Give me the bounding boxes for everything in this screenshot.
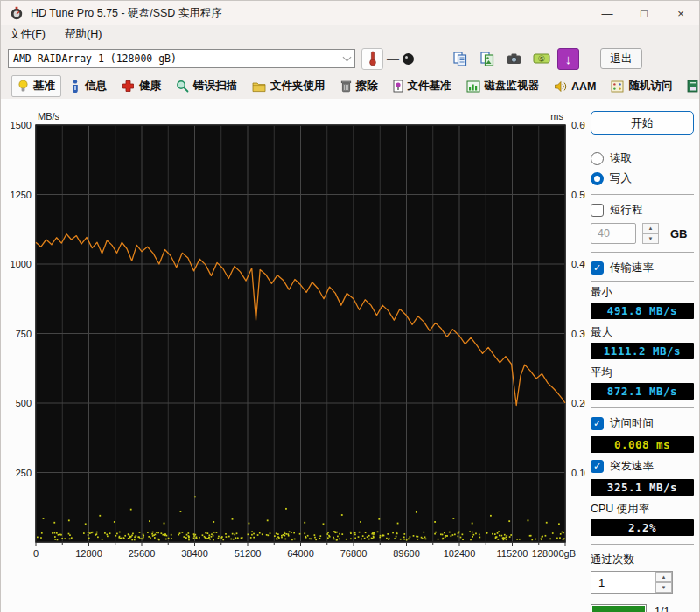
capacity-unit-label: GB <box>670 227 688 240</box>
close-icon: × <box>677 7 684 20</box>
camera-icon <box>506 51 522 67</box>
copy-image-button[interactable] <box>476 48 498 70</box>
svg-text:64000: 64000 <box>287 548 314 559</box>
copy-text-button[interactable] <box>449 48 471 70</box>
svg-text:0.20: 0.20 <box>571 398 585 408</box>
short-stroke-checkbox[interactable] <box>591 204 604 217</box>
tab-benchmark-label: 基准 <box>33 79 55 94</box>
tab-file-benchmark[interactable]: 文件基准 <box>387 75 458 97</box>
start-button-label: 开始 <box>631 115 654 131</box>
start-button[interactable]: 开始 <box>591 111 694 135</box>
minimize-icon: — <box>602 7 613 20</box>
tab-error-scan-label: 错误扫描 <box>193 79 237 94</box>
capacity-input[interactable]: 40 <box>591 223 636 244</box>
exit-button-label: 退出 <box>611 52 633 66</box>
magnifier-icon <box>176 80 189 93</box>
write-radio-row[interactable]: 写入 <box>591 171 694 186</box>
tab-random-access-label: 随机访问 <box>628 79 672 94</box>
minimize-button[interactable]: — <box>589 1 626 25</box>
trash-icon <box>340 80 352 93</box>
svg-text:0.60: 0.60 <box>571 120 585 130</box>
menu-help[interactable]: 帮助(H) <box>65 27 102 42</box>
tab-folder-usage[interactable]: 文件夹使用 <box>246 75 332 97</box>
pass-count-value: 1 <box>592 572 655 593</box>
svg-text:76800: 76800 <box>340 548 368 559</box>
divider <box>591 281 694 282</box>
buy-button[interactable]: $ <box>530 48 552 70</box>
stepper-up-icon[interactable]: ▲ <box>655 572 672 582</box>
transfer-rate-row[interactable]: ✓ 传输速率 <box>591 261 694 275</box>
divider <box>591 194 694 195</box>
temperature-button[interactable] <box>361 48 383 70</box>
svg-text:1000: 1000 <box>10 259 32 269</box>
avg-label: 平均 <box>591 365 694 380</box>
write-radio[interactable] <box>591 172 604 185</box>
access-time-row[interactable]: ✓ 访问时间 <box>591 416 694 431</box>
tab-disk-monitor[interactable]: 磁盘监视器 <box>460 75 546 97</box>
stepper-down-icon[interactable]: ▼ <box>642 233 659 244</box>
tab-aam[interactable]: AAM <box>548 77 602 96</box>
svg-text:0.10: 0.10 <box>571 468 585 478</box>
tab-error-scan[interactable]: 错误扫描 <box>170 75 243 97</box>
svg-text:ms: ms <box>550 111 564 122</box>
svg-text:128000gB: 128000gB <box>532 548 576 559</box>
file-benchmark-icon <box>393 80 403 93</box>
tab-erase-label: 擦除 <box>356 79 378 94</box>
side-panel: 开始 读取 写入 短行程 40 ▲ ▼ GB <box>585 109 700 612</box>
avg-value-display: 872.1 MB/s <box>591 383 694 400</box>
disk-monitor-icon <box>466 80 480 93</box>
tab-erase[interactable]: 擦除 <box>334 75 384 97</box>
app-window: HD Tune Pro 5.75 - 硬盘/SSD 实用程序 — □ × 文件(… <box>0 0 700 612</box>
check-icon: ✓ <box>593 461 601 472</box>
capacity-stepper[interactable]: ▲ ▼ <box>642 223 659 244</box>
screenshot-button[interactable] <box>503 48 525 70</box>
svg-text:89600: 89600 <box>393 548 420 559</box>
svg-text:25600: 25600 <box>129 548 156 559</box>
check-icon: ✓ <box>593 262 601 274</box>
tab-extra-tests[interactable]: 额外测试 <box>681 75 700 97</box>
menu-file[interactable]: 文件(F) <box>10 27 46 42</box>
short-stroke-label: 短行程 <box>610 203 643 218</box>
drive-select[interactable]: AMD-RAIDArray 1 (128000 gB) <box>8 49 355 68</box>
svg-text:115200: 115200 <box>497 548 528 559</box>
read-radio-row[interactable]: 读取 <box>591 151 694 166</box>
stepper-up-icon[interactable]: ▲ <box>642 223 659 233</box>
min-label: 最小 <box>591 285 694 300</box>
max-label: 最大 <box>591 325 694 340</box>
transfer-rate-label: 传输速率 <box>610 261 654 275</box>
check-icon: ✓ <box>593 418 601 429</box>
read-radio[interactable] <box>591 152 604 165</box>
tab-info-label: 信息 <box>85 79 107 94</box>
pass-count-stepper[interactable]: ▲ ▼ <box>655 572 672 593</box>
burst-rate-row[interactable]: ✓ 突发速率 <box>591 459 694 474</box>
download-arrow-icon: ↓ <box>565 52 572 66</box>
access-time-checkbox[interactable]: ✓ <box>591 417 604 430</box>
info-icon <box>70 80 80 93</box>
close-button[interactable]: × <box>662 1 699 25</box>
lightbulb-icon <box>18 80 29 93</box>
transfer-rate-checkbox[interactable]: ✓ <box>591 261 604 275</box>
cpu-usage-label: CPU 使用率 <box>591 502 694 517</box>
tab-health[interactable]: 健康 <box>116 75 167 97</box>
pass-count-spinbox[interactable]: 1 ▲ ▼ <box>591 571 673 594</box>
burst-rate-checkbox[interactable]: ✓ <box>591 460 604 473</box>
tab-random-access[interactable]: 随机访问 <box>605 75 678 97</box>
tabbar: 基准 信息 健康 错误扫描 <box>1 73 699 99</box>
progress-label: 1/1 <box>654 605 669 612</box>
update-button[interactable]: ↓ <box>557 48 579 70</box>
speaker-icon <box>554 80 567 93</box>
write-radio-label: 写入 <box>610 171 632 186</box>
tab-folder-usage-label: 文件夹使用 <box>270 79 326 94</box>
divider <box>591 544 694 545</box>
exit-button[interactable]: 退出 <box>600 48 642 69</box>
access-time-label: 访问时间 <box>610 416 654 431</box>
maximize-button[interactable]: □ <box>626 1 662 25</box>
short-stroke-row[interactable]: 短行程 <box>591 203 694 218</box>
tab-benchmark[interactable]: 基准 <box>11 75 61 97</box>
stepper-down-icon[interactable]: ▼ <box>655 582 672 593</box>
svg-text:0.30: 0.30 <box>571 329 585 339</box>
tab-info[interactable]: 信息 <box>64 75 113 97</box>
svg-text:102400: 102400 <box>444 548 476 559</box>
svg-text:500: 500 <box>16 398 32 408</box>
benchmark-chart: MB/sms1500125010007505002500.600.500.400… <box>8 109 585 612</box>
